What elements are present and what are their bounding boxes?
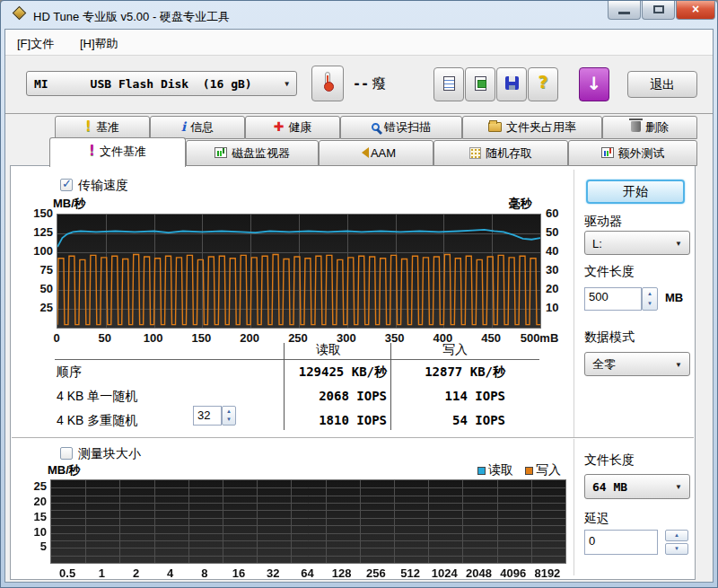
download-icon: ↓ xyxy=(587,73,602,94)
4k-single-read-value: 2068 IOPS xyxy=(207,389,387,403)
copy-text-button[interactable] xyxy=(433,67,464,101)
axis-tick: 100 xyxy=(128,331,179,345)
axis-tick: 0 xyxy=(31,331,82,345)
minimize-button[interactable] xyxy=(608,1,641,20)
tab-disk-monitor[interactable]: 磁盘监视器 xyxy=(186,140,319,166)
temperature-button[interactable] xyxy=(311,66,344,101)
menu-help[interactable]: [H]帮助 xyxy=(80,36,118,52)
axis-tick: 30 xyxy=(546,263,573,276)
sequential-write-value: 12877 KB/秒 xyxy=(398,364,505,381)
axis-tick: 128 xyxy=(325,566,359,580)
drive-select[interactable]: MI USB Flash Disk (16 gB) ▼ xyxy=(26,71,297,96)
axis-tick: 512 xyxy=(393,566,427,580)
spin-down-icon: ▼ xyxy=(643,298,657,310)
row-label-4k-single: 4 KB 单一随机 xyxy=(57,389,137,405)
axis-tick: 250 xyxy=(273,331,323,345)
tab-erase[interactable]: 删除 xyxy=(602,116,697,139)
benchmark-icon: ! xyxy=(85,118,92,135)
axis-tick: 50 xyxy=(546,225,573,239)
tab-label: 删除 xyxy=(645,120,669,134)
axis-tick: 350 xyxy=(370,331,420,345)
axis-tick: 25 xyxy=(22,301,53,314)
axis-tick: 150 xyxy=(22,206,53,220)
window-title: HD Tune 专业版 v5.00 - 硬盘专业工具 xyxy=(33,9,230,25)
bottom-file-length-value: 64 MB xyxy=(592,480,627,494)
block-size-checkbox[interactable] xyxy=(60,447,73,460)
chevron-down-icon: ▼ xyxy=(675,360,682,368)
drive-dropdown[interactable]: L: ▼ xyxy=(584,231,690,255)
folder-icon xyxy=(488,122,502,132)
close-button[interactable]: × xyxy=(676,1,715,20)
tab-error-scan[interactable]: 错误扫描 xyxy=(340,116,462,139)
axis-tick: 300 xyxy=(321,331,372,345)
axis-tick: 1 xyxy=(84,566,118,580)
bottom-file-length-label: 文件长度 xyxy=(584,452,635,469)
axis-tick: 8 xyxy=(188,566,222,580)
axis-tick: 20 xyxy=(546,282,573,295)
random-access-icon xyxy=(469,147,481,159)
legend-read-swatch xyxy=(477,467,486,475)
file-benchmark-icon: ! xyxy=(89,143,95,159)
axis-tick: 0.5 xyxy=(50,566,84,580)
tab-aam[interactable]: AAM xyxy=(319,140,433,166)
start-button[interactable]: 开始 xyxy=(586,180,685,204)
menu-file[interactable]: [F]文件 xyxy=(17,36,54,52)
tab-label: 错误扫描 xyxy=(384,120,431,134)
data-mode-dropdown[interactable]: 全零 ▼ xyxy=(584,352,690,376)
axis-tick: 60 xyxy=(546,206,573,220)
table-column-line xyxy=(390,343,391,430)
axis-tick: 125 xyxy=(22,225,53,239)
tab-benchmark[interactable]: !基准 xyxy=(55,116,150,139)
4k-multi-write-value: 54 IOPS xyxy=(398,413,505,427)
maximize-button[interactable] xyxy=(642,1,675,20)
y-axis-title-right: 毫秒 xyxy=(509,196,532,212)
speed-checkbox[interactable] xyxy=(60,179,73,191)
help-button[interactable]: ? xyxy=(528,67,558,101)
drive-label: 驱动器 xyxy=(584,214,622,230)
exit-button[interactable]: 退出 xyxy=(627,71,697,98)
tab-random-access[interactable]: 随机存取 xyxy=(433,140,568,166)
save-screenshot-button[interactable] xyxy=(496,67,527,101)
file-length-input[interactable]: 500 xyxy=(584,287,642,311)
file-length-stepper[interactable]: ▲▼ xyxy=(642,287,658,311)
file-length-unit: MB xyxy=(665,291,683,304)
table-header-line xyxy=(55,359,539,360)
tab-label: AAM xyxy=(371,146,396,160)
tab-folder-usage[interactable]: 文件夹占用率 xyxy=(462,116,602,139)
tab-file-benchmark[interactable]: !文件基准 xyxy=(49,137,186,167)
file-benchmark-chart xyxy=(57,214,541,329)
axis-tick: 4096 xyxy=(496,566,530,580)
tab-label: 信息 xyxy=(190,120,214,134)
sequential-read-value: 129425 KB/秒 xyxy=(207,364,387,381)
axis-tick: 8192 xyxy=(530,566,565,580)
chevron-down-icon: ▼ xyxy=(675,239,682,247)
axis-tick: 5 xyxy=(16,540,47,553)
legend-read-label: 读取 xyxy=(488,462,513,478)
y-axis-title-bottom: MB/秒 xyxy=(48,462,81,478)
block-size-checkbox-label: 测量块大小 xyxy=(78,446,141,462)
delay-down-button[interactable]: ▼ xyxy=(665,543,688,555)
tab-extra-tests[interactable]: 额外测试 xyxy=(568,140,697,166)
axis-tick: 150 xyxy=(176,331,226,345)
axis-tick: 500mB xyxy=(514,331,565,345)
delay-input[interactable]: 0 xyxy=(584,530,658,555)
axis-tick: 20 xyxy=(16,495,47,508)
axis-tick: 200 xyxy=(224,331,275,345)
temperature-value: -- xyxy=(353,75,369,92)
axis-tick: 40 xyxy=(546,244,573,258)
copy-image-button[interactable] xyxy=(465,67,495,101)
tab-health[interactable]: ✚健康 xyxy=(245,116,340,139)
tab-label: 基准 xyxy=(96,120,119,134)
bottom-file-length-dropdown[interactable]: 64 MB ▼ xyxy=(584,474,690,499)
tab-info[interactable]: i信息 xyxy=(150,116,245,139)
data-mode-value: 全零 xyxy=(592,356,616,373)
minimize-icon xyxy=(618,12,630,14)
save-icon xyxy=(505,76,519,90)
copy-text-icon xyxy=(443,76,455,91)
row-label-sequential: 顺序 xyxy=(57,364,82,381)
delay-up-button[interactable]: ▲ xyxy=(665,530,688,541)
4k-multi-read-value: 1810 IOPS xyxy=(207,413,387,427)
axis-tick: 32 xyxy=(256,566,290,580)
extra-tests-icon xyxy=(601,147,614,158)
update-button[interactable]: ↓ xyxy=(579,67,609,101)
